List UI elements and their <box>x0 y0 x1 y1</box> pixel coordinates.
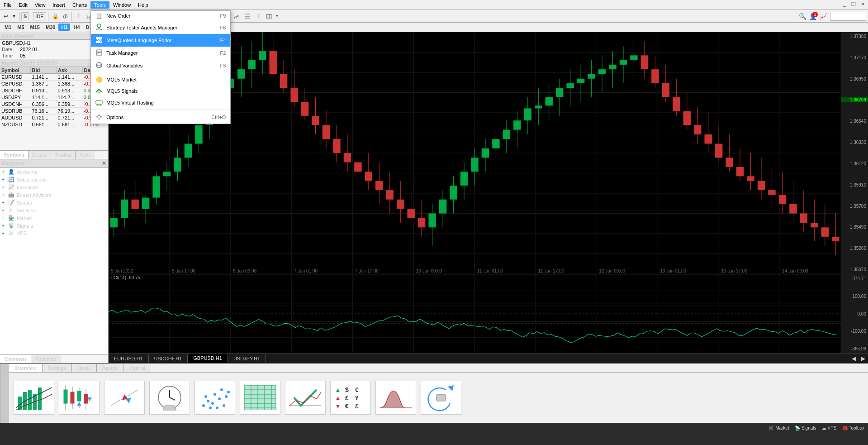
window-close[interactable]: ✕ <box>859 1 866 9</box>
st-tab-overview[interactable]: Overview <box>9 364 43 372</box>
toolbar-channel[interactable] <box>232 11 242 21</box>
menubar-view[interactable]: View <box>31 1 49 9</box>
nav-item-signals[interactable]: + 📡 Signals <box>0 222 108 230</box>
st-icon-wave[interactable] <box>375 381 416 415</box>
toolbar-shapes[interactable] <box>264 11 274 21</box>
st-icon-currency[interactable]: ▲ $ € ▲ £ ¥ ▼ € £ <box>330 381 371 415</box>
svg-line-55 <box>170 397 175 400</box>
nav-expand-vps: + <box>2 231 8 236</box>
menubar-charts[interactable]: Charts <box>69 1 90 9</box>
nav-item-vps[interactable]: + 🖥 VPS <box>0 230 108 237</box>
mw-tab-ticks[interactable]: Ticks <box>76 151 94 159</box>
nav-item-expert-advisors[interactable]: + 🤖 Expert Advisors <box>0 191 108 199</box>
nav-tab-favorites[interactable]: Favorites <box>31 355 61 363</box>
chart-tab-prev[interactable]: ◀ <box>849 354 859 363</box>
price-label: 1.35070 <box>841 267 868 272</box>
tf-m1[interactable]: M1 <box>2 24 14 31</box>
status-toolbox[interactable]: 🧰 Toolbox <box>842 426 864 431</box>
menu-mql-editor[interactable]: MQ MetaQuotes Language Editor F4 <box>91 34 230 47</box>
st-tab-agents[interactable]: Agents <box>97 364 123 372</box>
toolbar-account[interactable]: (0 <box>62 13 70 20</box>
toolbar-chart-zoom-up[interactable]: ⬆ <box>73 11 83 21</box>
menu-mql5-virtual[interactable]: MQL5 Virtual Hosting <box>91 97 230 109</box>
mw-tab-trading[interactable]: Trading <box>51 151 76 159</box>
menu-global-variables[interactable]: Global Variables F3 <box>91 59 230 72</box>
nav-item-services[interactable]: + ⚙ Services <box>0 206 108 214</box>
notification-icon[interactable]: 👤 1 <box>809 13 817 20</box>
toolbar-dropdown[interactable]: ▼ <box>11 13 17 19</box>
toolbar-shapes-dropdown[interactable]: ▼ <box>275 14 279 18</box>
svg-text:MQ: MQ <box>96 38 102 42</box>
menu-task-manager[interactable]: Task Manager F2 <box>91 47 230 59</box>
toolbar-fibo[interactable] <box>242 11 252 21</box>
search-field[interactable] <box>830 12 866 21</box>
tf-h1[interactable]: H1 <box>58 24 70 31</box>
menu-mql5-signals[interactable]: MQL5 Signals <box>91 85 230 97</box>
toolbar-s-btn[interactable]: S <box>21 12 29 20</box>
menu-mql5-market[interactable]: 🟡 MQL5 Market <box>91 74 230 85</box>
chart-tab-next[interactable]: ▶ <box>859 354 868 363</box>
vps-status-icon: ☁ <box>822 426 826 431</box>
menu-options[interactable]: Options Ctrl+O <box>91 111 230 124</box>
nav-item-subscriptions[interactable]: + 🔄 Subscriptions <box>0 176 108 183</box>
menu-new-order[interactable]: 📋 New Order F9 <box>91 11 230 21</box>
chart-tab-eurusd[interactable]: EURUSD,H1 <box>109 354 149 363</box>
tf-m30[interactable]: M30 <box>43 24 58 31</box>
menubar-tools[interactable]: Tools 📋 New Order F9 Strategy Tester Age… <box>90 1 109 9</box>
status-vps[interactable]: ☁ VPS <box>822 426 837 431</box>
nav-item-market[interactable]: + 🏪 Market <box>0 214 108 222</box>
tf-m5[interactable]: M5 <box>14 24 27 31</box>
market-icon[interactable]: 📈 <box>820 13 827 20</box>
toolbar-ide[interactable]: IDE <box>33 12 46 20</box>
st-icon-bar-chart[interactable] <box>14 381 54 415</box>
menubar-file[interactable]: File <box>0 1 15 9</box>
status-signals[interactable]: 📡 Signals <box>795 426 816 431</box>
st-icon-rotate[interactable] <box>421 381 461 415</box>
nav-item-scripts[interactable]: + 📝 Scripts <box>0 199 108 206</box>
toolbar-back[interactable]: ↩ <box>2 12 10 20</box>
st-icon-checkmark[interactable] <box>285 381 326 415</box>
svg-rect-37 <box>28 390 32 410</box>
market-nav-icon: 🏪 <box>8 215 15 221</box>
price-label: 1.36120 <box>841 161 868 166</box>
toolbar-text[interactable]: T <box>253 11 263 21</box>
mw-tab-details[interactable]: Details <box>28 151 52 159</box>
st-tab-journal[interactable]: Journal <box>123 364 151 372</box>
window-restore[interactable]: ❐ <box>850 1 857 9</box>
nav-subscriptions-label: Subscriptions <box>17 177 47 182</box>
new-order-icon: 📋 <box>95 13 103 19</box>
nav-item-accounts[interactable]: + 👤 Accounts <box>0 168 108 176</box>
svg-point-15 <box>98 115 100 118</box>
tf-m15[interactable]: M15 <box>28 24 43 31</box>
nav-tab-common[interactable]: Common <box>0 355 31 363</box>
st-tab-settings[interactable]: Settings <box>43 364 72 372</box>
navigator-close[interactable]: ✕ <box>102 160 106 167</box>
st-icon-scatter[interactable] <box>194 381 235 415</box>
st-icon-arrows[interactable] <box>104 381 145 415</box>
subscriptions-icon: 🔄 <box>8 177 15 182</box>
search-icon[interactable]: 🔍 <box>799 13 806 20</box>
chart-tab-usdjpy[interactable]: USDJPY,H1 <box>228 354 266 363</box>
menubar-window[interactable]: Window <box>109 1 134 9</box>
status-market[interactable]: 🛒 Market <box>768 426 789 431</box>
tf-h4[interactable]: H4 <box>71 24 82 31</box>
nav-item-indicators[interactable]: + 📈 Indicators <box>0 183 108 191</box>
st-tab-inputs[interactable]: Inputs <box>72 364 97 372</box>
price-label: 1.35280 <box>841 246 868 251</box>
menubar-help[interactable]: Help <box>134 1 152 9</box>
scripts-icon: 📝 <box>8 200 15 206</box>
menu-strategy-agents[interactable]: Strategy Tester Agents Manager F6 <box>91 21 230 34</box>
svg-point-65 <box>216 407 218 409</box>
menubar-edit[interactable]: Edit <box>15 1 31 9</box>
window-minimize[interactable]: _ <box>841 1 848 9</box>
menubar-insert[interactable]: Insert <box>49 1 69 9</box>
st-icon-candle[interactable] <box>59 381 100 415</box>
st-icon-grid-green[interactable] <box>240 381 280 415</box>
toolbar-lock[interactable]: 🔒 <box>50 12 61 20</box>
chart-tab-gbpusd[interactable]: GBPUSD,H1 <box>188 354 228 363</box>
mw-tab-symbols[interactable]: Symbols <box>0 151 28 159</box>
toolbox-status-icon: 🧰 <box>842 426 848 431</box>
st-icon-clock[interactable] <box>149 381 190 415</box>
chart-tab-usdchf[interactable]: USDCHF,H1 <box>149 354 188 363</box>
svg-point-64 <box>223 404 225 407</box>
